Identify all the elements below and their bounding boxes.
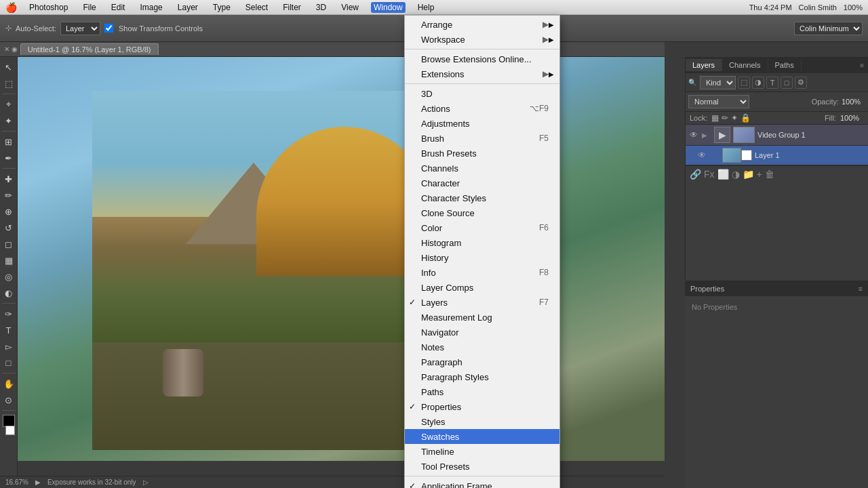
menu-info[interactable]: Info F8 — [405, 265, 559, 280]
text-tool[interactable]: T — [1, 323, 16, 338]
layer-eye-1[interactable]: 👁 — [696, 150, 707, 161]
layer-group-icon[interactable]: 📁 — [743, 169, 754, 180]
tab-paths[interactable]: Paths — [768, 59, 802, 71]
menu-paths[interactable]: Paths — [405, 384, 559, 399]
delete-layer-icon[interactable]: 🗑 — [765, 169, 774, 180]
status-play-icon[interactable]: ▷ — [143, 479, 149, 486]
quick-select-tool[interactable]: ✦ — [1, 113, 16, 128]
menu-clone-source[interactable]: Clone Source — [405, 205, 559, 220]
eyedropper-tool[interactable]: ✒ — [1, 150, 16, 165]
menu-notes[interactable]: Notes — [405, 340, 559, 354]
healing-tool[interactable]: ✚ — [1, 171, 16, 186]
menu-histogram[interactable]: Histogram — [405, 235, 559, 250]
adjustment-layer-icon[interactable]: ◑ — [732, 169, 740, 180]
menu-measurement-log[interactable]: Measurement Log — [405, 310, 559, 325]
lock-paint-icon[interactable]: ✏ — [722, 113, 728, 123]
lock-transparent-icon[interactable]: ▦ — [711, 113, 719, 123]
link-layers-icon[interactable]: 🔗 — [690, 169, 701, 180]
menubar-view[interactable]: View — [338, 2, 361, 13]
menu-layer-comps[interactable]: Layer Comps — [405, 280, 559, 295]
menu-adjustments[interactable]: Adjustments — [405, 116, 559, 131]
layer-row-1[interactable]: 👁 Layer 1 — [686, 146, 868, 165]
layer-row-group[interactable]: 👁 ▶ ▶ Video Group 1 — [686, 125, 868, 146]
gradient-tool[interactable]: ▦ — [1, 253, 16, 268]
menubar-layer[interactable]: Layer — [175, 2, 201, 13]
layer-name-1[interactable]: Layer 1 — [755, 151, 865, 159]
path-select-tool[interactable]: ▻ — [1, 339, 16, 354]
layer-filter-adjust[interactable]: ◑ — [752, 77, 764, 89]
menu-properties[interactable]: Properties — [405, 399, 559, 414]
layer-filter-pixel[interactable]: ⬚ — [738, 77, 750, 89]
menubar-3d[interactable]: 3D — [313, 2, 329, 13]
menu-brush[interactable]: Brush F5 — [405, 131, 559, 146]
menubar-photoshop[interactable]: Photoshop — [26, 2, 71, 13]
layer-style-icon[interactable]: Fx — [704, 169, 715, 180]
menu-3d[interactable]: 3D — [405, 86, 559, 101]
tab-layers[interactable]: Layers — [686, 59, 722, 71]
menu-swatches[interactable]: Swatches — [405, 429, 559, 444]
menu-character[interactable]: Character — [405, 176, 559, 190]
blur-tool[interactable]: ◎ — [1, 269, 16, 284]
layer-mask-icon[interactable]: ⬜ — [717, 169, 729, 180]
move-tool[interactable]: ↖ — [1, 60, 16, 75]
eraser-tool[interactable]: ◻ — [1, 237, 16, 251]
menu-application-frame[interactable]: Application Frame — [405, 479, 559, 488]
menubar-file[interactable]: File — [80, 2, 98, 13]
menu-history[interactable]: History — [405, 250, 559, 265]
new-layer-icon[interactable]: + — [757, 169, 762, 180]
crop-tool[interactable]: ⊞ — [1, 134, 16, 149]
fill-value[interactable]: 100% — [840, 114, 864, 122]
pen-tool[interactable]: ✑ — [1, 306, 16, 321]
zoom-tool[interactable]: ⊙ — [1, 392, 16, 407]
apple-menu[interactable]: 🍎 — [5, 2, 17, 13]
opacity-value[interactable]: 100% — [842, 98, 865, 106]
menubar-type[interactable]: Type — [210, 2, 233, 13]
kind-dropdown[interactable]: Kind — [700, 76, 736, 89]
menu-color[interactable]: Color F6 — [405, 220, 559, 235]
menubar-help[interactable]: Help — [415, 2, 437, 13]
layer-filter-type[interactable]: T — [766, 77, 778, 89]
menu-actions[interactable]: Actions ⌥F9 — [405, 101, 559, 116]
menubar-edit[interactable]: Edit — [108, 2, 128, 13]
layer-filter-shape[interactable]: □ — [781, 77, 793, 89]
hand-tool[interactable]: ✋ — [1, 376, 16, 391]
history-brush[interactable]: ↺ — [1, 220, 16, 235]
auto-select-dropdown[interactable]: Layer Group — [60, 22, 100, 35]
menu-extensions[interactable]: Extensions ▶ — [405, 66, 559, 81]
marquee-tool[interactable]: ⬚ — [1, 76, 16, 91]
menu-timeline[interactable]: Timeline — [405, 444, 559, 459]
menu-channels[interactable]: Channels — [405, 161, 559, 176]
dodge-tool[interactable]: ◐ — [1, 285, 16, 300]
shape-tool[interactable]: □ — [1, 355, 16, 370]
menu-character-styles[interactable]: Character Styles — [405, 190, 559, 205]
menu-arrange[interactable]: Arrange ▶ — [405, 17, 559, 32]
menu-paragraph[interactable]: Paragraph — [405, 354, 559, 369]
layer-filter-smart[interactable]: ⚙ — [795, 77, 807, 89]
brush-tool[interactable]: ✏ — [1, 188, 16, 203]
menu-tool-presets[interactable]: Tool Presets — [405, 459, 559, 474]
menubar-window[interactable]: Window — [371, 2, 406, 13]
lock-move-icon[interactable]: ✦ — [731, 113, 738, 123]
document-tab[interactable]: Untitled-1 @ 16.7% (Layer 1, RGB/8) — [20, 43, 159, 55]
menu-styles[interactable]: Styles — [405, 414, 559, 429]
menu-paragraph-styles[interactable]: Paragraph Styles — [405, 369, 559, 384]
clone-tool[interactable]: ⊕ — [1, 204, 16, 219]
properties-collapse[interactable]: ≡ — [859, 285, 863, 293]
workspace-dropdown[interactable]: Colin Minimum — [794, 22, 863, 35]
menu-browse-extensions[interactable]: Browse Extensions Online... — [405, 52, 559, 66]
layer-name-group[interactable]: Video Group 1 — [757, 131, 865, 139]
panel-collapse-icon[interactable]: ≡ — [856, 62, 868, 69]
show-transform-checkbox[interactable] — [104, 24, 113, 33]
layer-eye-group[interactable]: 👁 — [688, 129, 699, 140]
lock-all-icon[interactable]: 🔒 — [741, 113, 751, 123]
menu-layers[interactable]: Layers F7 — [405, 295, 559, 310]
menu-workspace[interactable]: Workspace ▶ — [405, 32, 559, 47]
menu-navigator[interactable]: Navigator — [405, 325, 559, 340]
tab-channels[interactable]: Channels — [722, 59, 768, 71]
menubar-image[interactable]: Image — [137, 2, 165, 13]
menu-brush-presets[interactable]: Brush Presets — [405, 146, 559, 161]
lasso-tool[interactable]: ⌖ — [1, 97, 16, 112]
background-color[interactable] — [5, 426, 15, 435]
menubar-filter[interactable]: Filter — [280, 2, 304, 13]
menubar-select[interactable]: Select — [243, 2, 271, 13]
